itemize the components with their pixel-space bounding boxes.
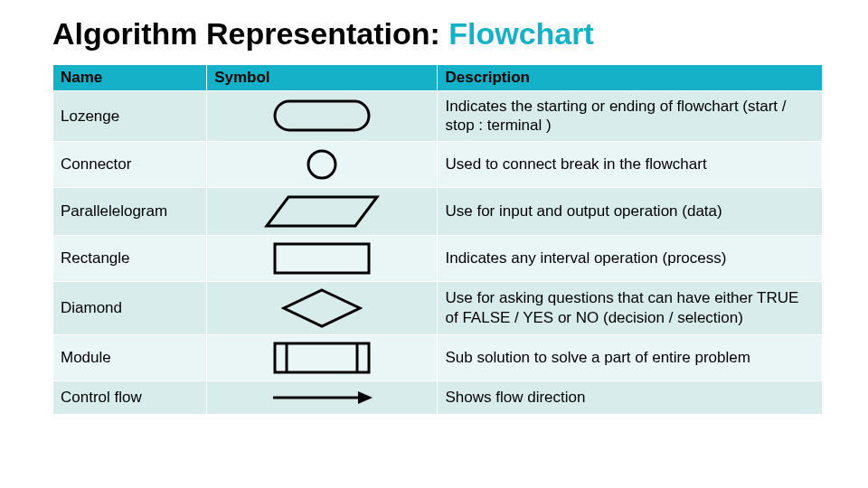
table-row: Module Sub solution to solve a part of e… [53, 334, 823, 380]
page-title: Algorithm Representation: Flowchart [52, 16, 823, 52]
cell-name: Connector [53, 141, 207, 187]
cell-name: Module [53, 334, 207, 380]
cell-name: Rectangle [53, 235, 207, 281]
arrow-icon [268, 387, 376, 408]
table-row: Lozenge Indicates the starting or ending… [53, 91, 823, 142]
cell-desc: Indicates the starting or ending of flow… [438, 91, 823, 142]
cell-name: Parallelelogram [53, 187, 207, 235]
title-accent: Flowchart [448, 16, 594, 51]
col-header-description: Description [438, 65, 823, 91]
cell-desc: Shows flow direction [438, 380, 823, 414]
cell-symbol [207, 235, 438, 281]
table-row: Rectangle Indicates any interval operati… [53, 235, 823, 281]
cell-desc: Use for asking questions that can have e… [438, 281, 823, 334]
svg-marker-2 [267, 197, 377, 226]
svg-point-1 [308, 151, 335, 178]
svg-marker-9 [358, 391, 373, 404]
title-plain: Algorithm Representation: [52, 16, 448, 51]
cell-symbol [207, 281, 438, 334]
cell-symbol [207, 380, 438, 414]
rectangle-icon [272, 241, 372, 276]
table-row: Connector Used to connect break in the f… [53, 141, 823, 187]
table-row: Diamond Use for asking questions that ca… [53, 281, 823, 334]
svg-rect-3 [275, 244, 369, 273]
svg-marker-4 [284, 290, 360, 326]
table-row: Parallelelogram Use for input and output… [53, 187, 823, 235]
flowchart-symbols-table: Name Symbol Description Lozenge Indicate… [52, 64, 823, 415]
cell-desc: Indicates any interval operation (proces… [438, 235, 823, 281]
cell-symbol [207, 141, 438, 187]
svg-rect-5 [275, 343, 369, 372]
col-header-name: Name [53, 65, 207, 91]
cell-desc: Use for input and output operation (data… [438, 187, 823, 235]
cell-symbol [207, 334, 438, 380]
svg-rect-0 [275, 101, 369, 130]
col-header-symbol: Symbol [207, 65, 438, 91]
cell-symbol [207, 91, 438, 142]
connector-icon [305, 147, 339, 182]
cell-desc: Sub solution to solve a part of entire p… [438, 334, 823, 380]
cell-name: Lozenge [53, 91, 207, 142]
parallelogram-icon [263, 193, 381, 230]
module-icon [272, 341, 372, 375]
table-row: Control flow Shows flow direction [53, 380, 823, 414]
cell-desc: Used to connect break in the flowchart [438, 141, 823, 187]
cell-symbol [207, 187, 438, 235]
lozenge-icon [272, 99, 372, 133]
cell-name: Diamond [53, 281, 207, 334]
cell-name: Control flow [53, 380, 207, 414]
diamond-icon [281, 287, 363, 329]
